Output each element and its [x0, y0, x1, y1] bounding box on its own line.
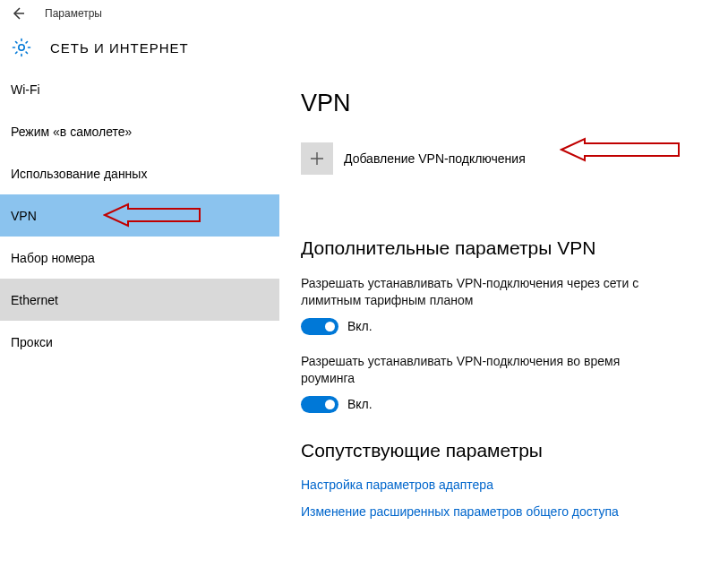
sidebar-item-ethernet[interactable]: Ethernet	[0, 279, 279, 321]
add-vpn-label: Добавление VPN-подключения	[344, 151, 526, 166]
sidebar-item-label: Набор номера	[11, 251, 95, 265]
window-title: Параметры	[45, 7, 102, 20]
sidebar-item-vpn[interactable]: VPN	[0, 194, 279, 237]
sidebar: Wi-Fi Режим «в самолете» Использование д…	[0, 68, 279, 568]
sidebar-item-label: Ethernet	[11, 293, 58, 307]
arrow-left-icon	[11, 6, 25, 21]
plus-icon	[301, 142, 333, 175]
link-adapter-settings[interactable]: Настройка параметров адаптера	[301, 478, 707, 492]
sidebar-item-label: Wi-Fi	[11, 82, 40, 97]
related-heading: Сопутствующие параметры	[301, 440, 707, 461]
sidebar-item-wifi[interactable]: Wi-Fi	[0, 68, 279, 110]
page-title: СЕТЬ И ИНТЕРНЕТ	[50, 40, 189, 56]
sidebar-item-label: Прокси	[11, 335, 53, 349]
advanced-heading: Дополнительные параметры VPN	[301, 237, 707, 259]
toggle-roaming-state: Вкл.	[347, 397, 373, 411]
content-pane: VPN Добавление VPN-подключения Дополните…	[279, 68, 728, 568]
toggle-metered[interactable]	[301, 318, 338, 335]
option-roaming-desc: Разрешать устанавливать VPN-подключения …	[301, 353, 659, 387]
add-vpn-button[interactable]: Добавление VPN-подключения	[301, 142, 707, 175]
option-metered-desc: Разрешать устанавливать VPN-подключения …	[301, 275, 659, 309]
sidebar-item-label: Режим «в самолете»	[11, 125, 132, 139]
toggle-roaming[interactable]	[301, 396, 338, 413]
sidebar-item-datausage[interactable]: Использование данных	[0, 152, 279, 194]
link-sharing-settings[interactable]: Изменение расширенных параметров общего …	[301, 504, 707, 519]
sidebar-item-label: Использование данных	[11, 167, 147, 181]
svg-point-0	[19, 45, 24, 50]
sidebar-item-dialup[interactable]: Набор номера	[0, 237, 279, 279]
gear-icon	[9, 35, 34, 60]
sidebar-item-airplane[interactable]: Режим «в самолете»	[0, 110, 279, 152]
content-heading: VPN	[301, 90, 707, 117]
back-button[interactable]	[7, 3, 29, 24]
sidebar-item-label: VPN	[11, 209, 37, 223]
toggle-metered-state: Вкл.	[347, 319, 373, 333]
sidebar-item-proxy[interactable]: Прокси	[0, 321, 279, 363]
